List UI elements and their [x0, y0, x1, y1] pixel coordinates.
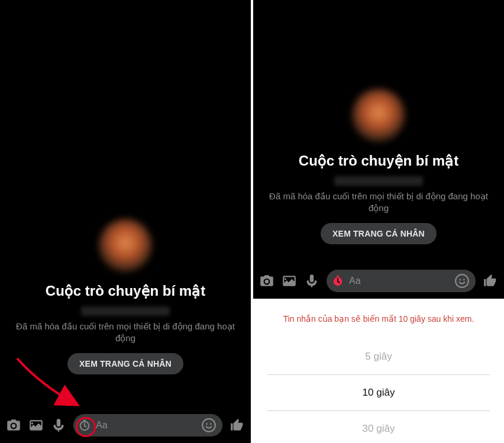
contact-name-blurred: [81, 306, 170, 316]
svg-point-7: [455, 274, 469, 287]
timer-icon-active[interactable]: [331, 274, 344, 287]
microphone-icon[interactable]: [51, 418, 66, 433]
disappear-warning-text: Tin nhắn của bạn sẽ biến mất 10 giây sau…: [253, 311, 504, 339]
message-placeholder: Aa: [349, 276, 361, 286]
timer-option-10s[interactable]: 10 giây: [267, 375, 490, 411]
view-profile-button[interactable]: XEM TRANG CÁ NHÂN: [321, 223, 437, 244]
encryption-description: Đã mã hóa đầu cuối trên mọi thiết bị di …: [8, 321, 243, 345]
secret-chat-title: Cuộc trò chuyện bí mật: [299, 153, 458, 169]
screenshot-left: Cuộc trò chuyện bí mật Đã mã hóa đầu cuố…: [0, 0, 251, 443]
view-profile-button[interactable]: XEM TRANG CÁ NHÂN: [67, 353, 183, 374]
svg-point-9: [463, 279, 465, 280]
message-placeholder: Aa: [96, 420, 108, 431]
screenshot-right: Cuộc trò chuyện bí mật Đã mã hóa đầu cuố…: [253, 0, 504, 443]
timer-option-30s[interactable]: 30 giây: [267, 411, 490, 443]
svg-rect-1: [83, 420, 86, 421]
contact-avatar: [99, 219, 152, 272]
timer-icon[interactable]: [78, 419, 91, 432]
contact-name-blurred: [334, 176, 423, 186]
microphone-icon[interactable]: [304, 273, 319, 289]
svg-point-2: [202, 419, 215, 432]
thumbs-up-icon[interactable]: [230, 418, 245, 433]
message-input-bar: Aa: [0, 411, 251, 439]
timer-option-5s[interactable]: 5 giây: [267, 339, 490, 375]
svg-point-3: [206, 423, 208, 425]
chat-intro-block: Cuộc trò chuyện bí mật Đã mã hóa đầu cuố…: [0, 219, 251, 374]
message-input-bar: Aa: [253, 267, 504, 295]
emoji-icon[interactable]: [454, 273, 470, 289]
camera-icon[interactable]: [6, 418, 21, 433]
thumbs-up-icon[interactable]: [483, 273, 498, 289]
encryption-description: Đã mã hóa đầu cuối trên mọi thiết bị di …: [261, 190, 496, 215]
camera-icon[interactable]: [259, 273, 274, 289]
gallery-icon[interactable]: [28, 418, 44, 433]
message-field[interactable]: Aa: [73, 414, 222, 436]
message-field[interactable]: Aa: [327, 270, 476, 292]
secret-chat-title: Cuộc trò chuyện bí mật: [46, 283, 205, 299]
timer-options-sheet: Tin nhắn của bạn sẽ biến mất 10 giây sau…: [253, 299, 504, 443]
contact-avatar: [352, 89, 405, 142]
svg-point-8: [459, 279, 461, 280]
svg-point-4: [210, 423, 212, 425]
emoji-icon[interactable]: [201, 418, 217, 433]
gallery-icon[interactable]: [282, 273, 297, 289]
chat-intro-block: Cuộc trò chuyện bí mật Đã mã hóa đầu cuố…: [253, 89, 504, 244]
svg-rect-6: [337, 276, 340, 277]
